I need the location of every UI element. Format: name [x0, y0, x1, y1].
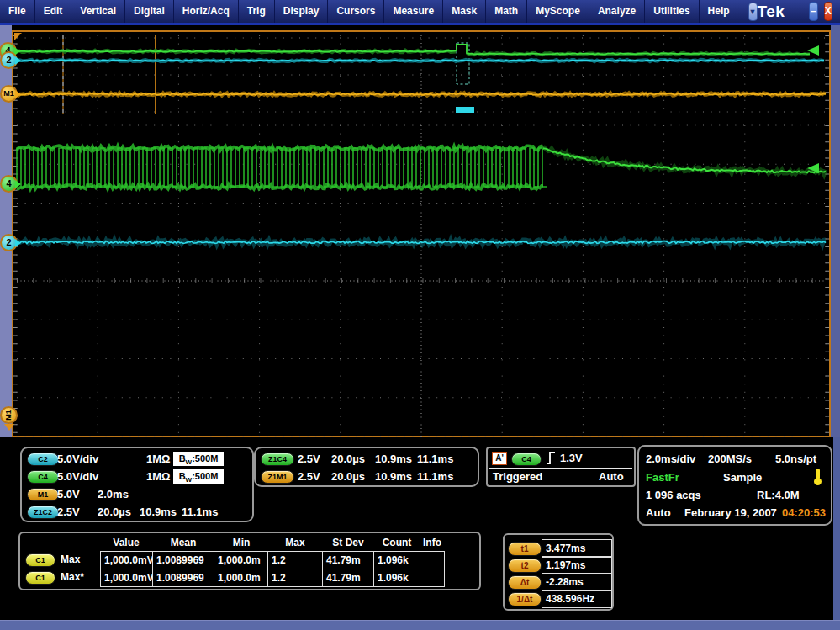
horizontal-readout-box: 2.0ms/div 200MS/s 5.0ns/pt FastFr Sample…	[637, 445, 832, 526]
cursor-readout-box: t1 3.477ms t2 1.197ms Δt -2.28ms 1/Δt 43…	[503, 533, 614, 611]
col-header-count: Count	[383, 537, 412, 548]
trigger-level: 1.3V	[560, 452, 583, 464]
record-position-wedge	[14, 33, 22, 40]
minimize-icon: –	[811, 5, 816, 17]
ch2-bandwidth[interactable]: BW:500M	[173, 452, 224, 466]
m1-time: 2.0ms	[98, 488, 129, 500]
meas2-max: 1.2	[267, 569, 323, 587]
zoom-readout-box: Z1C4 2.5V 20.0µs 10.9ms 11.1ms Z1M1 2.5V…	[254, 447, 479, 487]
z1m1-pill[interactable]: Z1M1	[261, 470, 294, 484]
cursor-t2-value: 1.197ms	[542, 556, 612, 574]
meas2-source-pill[interactable]: C1	[25, 571, 55, 585]
z1m1-scale: 2.5V	[298, 470, 320, 483]
cursor-t1-pill[interactable]: t1	[508, 542, 542, 556]
menu-file[interactable]: File	[0, 0, 35, 23]
cursor-dt-pill[interactable]: Δt	[508, 575, 542, 590]
col-header-max: Max	[285, 537, 304, 548]
fastframe-label[interactable]: FastFr	[646, 471, 679, 484]
close-button[interactable]: X	[824, 2, 832, 21]
meas2-mean: 1.0089969	[152, 569, 214, 587]
menu-vertical[interactable]: Vertical	[71, 0, 125, 23]
cursor-dt-value: -2.28ms	[542, 573, 612, 591]
meas2-count: 1.096k	[373, 569, 420, 587]
cursor-freq-pill[interactable]: 1/Δt	[508, 592, 542, 606]
channel2-marker[interactable]: 2	[0, 234, 18, 251]
meas1-stdev: 41.79m	[322, 551, 374, 569]
meas1-info	[420, 551, 445, 569]
meas1-name: Max	[61, 553, 80, 565]
col-header-value: Value	[113, 537, 139, 548]
meas1-min: 1,000.0m	[214, 551, 268, 569]
trigger-status: Triggered	[493, 470, 542, 483]
acquisition-count: 1 096 acqs	[646, 489, 701, 501]
menu-myscope[interactable]: MyScope	[527, 0, 589, 23]
sample-rate: 200MS/s	[708, 453, 752, 465]
z1c2-scale: 2.5V	[57, 506, 80, 518]
meas1-max: 1.2	[267, 551, 323, 569]
meas2-name: Max*	[61, 571, 84, 583]
z1c4-t2: 10.9ms	[375, 453, 412, 465]
window-right-frame	[833, 437, 840, 630]
z1c2-pill[interactable]: Z1C2	[27, 506, 59, 519]
menu-mask[interactable]: Mask	[443, 0, 486, 23]
trigger-source-pill[interactable]: C4	[511, 453, 542, 466]
z1m1-t3: 11.1ms	[417, 470, 453, 483]
col-header-mean: Mean	[171, 537, 197, 548]
trigger-readout-box: A' C4 1.3V Triggered Auto	[486, 447, 636, 487]
ch4-pill[interactable]: C4	[27, 470, 59, 484]
math1-zoom-marker[interactable]: M1	[0, 85, 18, 103]
z1m1-t2: 10.9ms	[375, 470, 412, 483]
timebase-scale: 2.0ms/div	[646, 453, 695, 465]
measurement-table: Value Mean Min Max St Dev Count Info C1 …	[18, 532, 481, 590]
z1c2-t3: 11.1ms	[182, 506, 218, 518]
ch4-bandwidth[interactable]: BW:500M	[173, 469, 224, 484]
acquisition-mode: Sample	[723, 471, 762, 484]
thermometer-icon	[816, 469, 820, 479]
vertical-readout-box: C2 5.0V/div 1MΩ BW:500M C4 5.0V/div 1MΩ …	[20, 447, 254, 522]
ch4-scale: 5.0V/div	[57, 470, 98, 483]
meas2-stdev: 41.79m	[322, 569, 374, 587]
z1c4-pill[interactable]: Z1C4	[261, 453, 294, 466]
menu-edit[interactable]: Edit	[35, 0, 72, 23]
arrow-down-icon	[4, 424, 14, 431]
menu-help[interactable]: Help	[700, 0, 738, 23]
waveform-display	[13, 32, 829, 437]
z1c4-t3: 11.1ms	[417, 453, 453, 465]
menu-utilities[interactable]: Utilities	[645, 0, 699, 23]
trigger-mode-label: Auto	[646, 506, 671, 519]
resolution: 5.0ns/pt	[775, 453, 816, 465]
meas2-value: 1,000.0mV	[100, 569, 153, 587]
meas1-count: 1.096k	[373, 551, 420, 569]
trigger-a-badge[interactable]: A'	[492, 452, 507, 465]
meas1-value: 1,000.0mV	[100, 551, 153, 569]
trigger-mode: Auto	[599, 470, 624, 483]
oscilloscope-screen: File Edit Vertical Digital Horiz/Acq Tri…	[0, 0, 840, 630]
menu-horiz-acq[interactable]: Horiz/Acq	[174, 0, 239, 23]
meas1-source-pill[interactable]: C1	[25, 553, 55, 567]
m1-pill[interactable]: M1	[27, 488, 59, 501]
math1-offscreen-marker[interactable]: M1	[0, 406, 18, 424]
minimize-button[interactable]: –	[809, 2, 817, 21]
menu-analyze[interactable]: Analyze	[589, 0, 645, 23]
z1c2-t1: 20.0µs	[98, 506, 131, 518]
menu-measure[interactable]: Measure	[384, 0, 443, 23]
z1m1-t1: 20.0µs	[331, 470, 365, 483]
meas2-min: 1,000.0m	[214, 569, 268, 587]
ch2-pill[interactable]: C2	[27, 453, 59, 466]
record-length: RL:4.0M	[757, 489, 800, 501]
menu-bar: File Edit Vertical Digital Horiz/Acq Tri…	[0, 0, 840, 25]
menu-cursors[interactable]: Cursors	[328, 0, 384, 23]
time-label: 04:20:53	[782, 506, 826, 519]
menu-dropdown-button[interactable]: ▼	[748, 3, 758, 21]
menu-trig[interactable]: Trig	[239, 0, 275, 23]
menu-display[interactable]: Display	[275, 0, 329, 23]
menu-math[interactable]: Math	[486, 0, 527, 23]
menu-digital[interactable]: Digital	[125, 0, 174, 23]
readout-area: C2 5.0V/div 1MΩ BW:500M C4 5.0V/div 1MΩ …	[0, 437, 840, 619]
m1-scale: 5.0V	[57, 488, 80, 500]
channel2-zoom-marker[interactable]: 2	[0, 51, 18, 69]
channel4-marker[interactable]: 4	[0, 175, 18, 193]
z1c2-t2: 10.9ms	[140, 506, 177, 518]
cursor-freq-value: 438.596Hz	[542, 590, 612, 608]
cursor-t2-pill[interactable]: t2	[508, 559, 542, 573]
